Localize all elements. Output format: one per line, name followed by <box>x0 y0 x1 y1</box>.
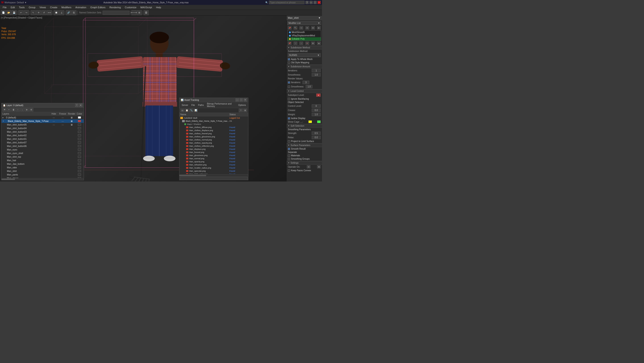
mod-hammer-btn[interactable]: 🔨 <box>294 26 297 29</box>
asset-btn-2[interactable]: 📋 <box>185 109 189 112</box>
toolbar-snap[interactable]: 🔲 <box>54 10 59 15</box>
mod-pin-btn[interactable]: 📌 <box>288 26 292 29</box>
toolbar-mirror[interactable]: ⟵⟶ <box>132 10 136 15</box>
mod-grid-btn[interactable]: ⊞ <box>317 26 321 29</box>
isoline-cb[interactable]: ✓ <box>288 117 290 119</box>
stack-item-meshsmooth[interactable]: MeshSmooth <box>288 30 321 34</box>
list-item[interactable]: Man_clothes_fresnel.png Found <box>180 132 248 135</box>
asset-menu-server[interactable]: Server <box>180 104 190 107</box>
toolbar-save[interactable]: 💾 <box>12 10 16 15</box>
list-item[interactable]: Man_shoes <box>2 176 84 178</box>
render-iter-cb[interactable]: ✓ <box>288 81 290 84</box>
layers-scrollbar[interactable] <box>2 178 84 180</box>
modifier-list-dropdown[interactable]: Modifier List ▼ <box>288 21 321 25</box>
toolbar-redo[interactable]: ↪ <box>24 10 29 15</box>
toolbar-render[interactable]: 🖼 <box>144 10 148 15</box>
menu-maxscript[interactable]: MAXScript <box>138 5 154 9</box>
asset-menu-paths[interactable]: Paths <box>197 104 205 107</box>
old-style-cb[interactable] <box>288 61 290 64</box>
toolbar-align[interactable]: ⊞ <box>137 10 142 15</box>
toolbar-undo[interactable]: ↩ <box>18 10 24 15</box>
mod-delete-btn[interactable]: ✕ <box>306 42 309 45</box>
mod-move-down-btn[interactable]: ↓ <box>300 42 303 45</box>
section-surface-params[interactable]: ▼ Surface Parameters <box>286 143 322 147</box>
list-item[interactable]: Man_shirt_top <box>2 155 84 159</box>
mod-move-up-btn[interactable]: ↑ <box>294 42 297 45</box>
toolbar-link[interactable]: 🔗 <box>66 10 71 15</box>
render-smooth-cb[interactable] <box>288 86 290 88</box>
cage-color-green[interactable] <box>317 120 321 123</box>
list-item[interactable]: Man_eyes_shell <box>2 151 84 155</box>
mod-funnel-btn[interactable]: ▽ <box>300 26 303 29</box>
asset-btn-3[interactable]: 🔧 <box>189 109 193 112</box>
layers-show-all[interactable]: 👁 <box>2 108 6 111</box>
layers-delete[interactable]: 🗑 <box>12 108 16 111</box>
asset-btn-4[interactable]: 📊 <box>194 109 198 112</box>
list-item[interactable]: Man_clothes_normal.png Found <box>180 138 248 141</box>
stack-item-vray[interactable]: VRayDisplacementMod <box>288 34 321 37</box>
layers-move-up[interactable]: ↑ <box>16 108 20 111</box>
search-input[interactable] <box>269 1 304 4</box>
layers-move-down[interactable]: ↓ <box>20 108 24 111</box>
name-dropdown-arrow[interactable]: ▼ <box>318 16 321 19</box>
mod-pin2-btn[interactable]: 📌 <box>288 42 292 45</box>
menu-group[interactable]: Group <box>27 5 37 9</box>
list-item[interactable]: Man_SSS_color.png Found _ <box>180 173 248 174</box>
list-item[interactable]: Man_clothes_glossiness.png Found <box>180 135 248 138</box>
list-item[interactable]: Man_displace.png Found <box>180 148 248 151</box>
menu-create[interactable]: Create <box>48 5 59 9</box>
list-item[interactable]: Black_Elderly_Man_Home_Style_T-Pose_max_… <box>180 119 248 123</box>
list-item[interactable]: Man_Jaw_bottom <box>2 162 84 166</box>
list-item[interactable]: Maps / Shaders <box>180 123 248 126</box>
materials-cb[interactable] <box>288 155 290 157</box>
list-item[interactable]: Man_normal.png Found <box>180 157 248 160</box>
toolbar-open[interactable]: 📂 <box>6 10 11 15</box>
toolbar-select[interactable]: ↖ <box>31 10 36 15</box>
smooth-result-cb[interactable]: ✓ <box>288 148 290 150</box>
list-item[interactable]: Man_clothes_diffuse.png Found <box>180 126 248 129</box>
render-smooth-value[interactable]: 1.0 <box>306 85 312 88</box>
list-item[interactable]: Man_shirt_button03 <box>2 130 84 134</box>
list-item[interactable]: Man_specular.png Found <box>180 169 248 173</box>
smoothing-groups-cb[interactable] <box>288 158 290 160</box>
asset-menu-file[interactable]: File <box>190 104 196 107</box>
weight-value[interactable]: 1.0 <box>312 113 321 116</box>
nurms-dropdown[interactable]: NURMS ▼ <box>288 53 321 57</box>
toolbar-move[interactable]: ✛ <box>36 10 41 15</box>
operate-btn2[interactable]: ⊞ <box>317 165 321 168</box>
list-item[interactable]: Man_eyes <box>2 148 84 151</box>
list-item[interactable]: Man_shirt <box>2 169 84 173</box>
asset-maximize-btn[interactable]: □ <box>240 98 243 101</box>
minimize-btn[interactable]: — <box>310 1 313 4</box>
close-btn[interactable]: ✕ <box>318 1 321 4</box>
menu-graph-editors[interactable]: Graph Editors <box>88 5 107 9</box>
section-local-control[interactable]: ▼ Local Control <box>286 89 322 93</box>
section-subdivision-method[interactable]: ▼ Subdivision Method <box>286 46 322 49</box>
menu-help[interactable]: Help <box>154 5 163 9</box>
asset-menu-options[interactable]: Options <box>237 104 247 107</box>
list-item[interactable]: Man_clothes_opacity.png Found <box>180 141 248 144</box>
layers-add[interactable]: + <box>7 108 11 111</box>
section-soft-selection[interactable]: ▼ Soft Selection <box>286 124 322 128</box>
list-item[interactable]: ▼ Black_Elderly_Man_Home_Style_T-Pose — … <box>2 119 84 123</box>
layers-close-btn[interactable]: ✕ <box>79 104 82 107</box>
menu-modifiers[interactable]: Modifiers <box>60 5 73 9</box>
relax-value[interactable]: 0.0 <box>312 136 321 139</box>
list-item[interactable]: Man_shirt_button04 <box>2 126 84 130</box>
list-item[interactable]: Man_shirt_button06 <box>2 144 84 148</box>
list-item[interactable]: Man_glossiness.png Found <box>180 154 248 157</box>
render-iter-value[interactable]: 3 <box>302 81 309 84</box>
asset-btn-1[interactable]: 🗂 <box>180 109 184 112</box>
asset-path-input[interactable] <box>180 177 248 180</box>
iter-value[interactable]: 1 <box>312 69 321 72</box>
apply-whole-mesh-cb[interactable]: ✓ <box>288 58 290 60</box>
list-item[interactable]: Man_refraction.png Found <box>180 163 248 166</box>
layers-merge[interactable]: ⊕ <box>25 108 29 111</box>
mod-config-btn[interactable]: ⚙ <box>311 26 315 29</box>
named-selection-input[interactable] <box>103 11 130 15</box>
list-item[interactable]: Man_shirt_button05 — — 🖥 <box>2 123 84 126</box>
mod-make-unique-btn[interactable]: ◈ <box>317 42 321 45</box>
asset-expand-btn[interactable]: ⊞ <box>243 109 247 112</box>
crease-value[interactable]: 0.0 <box>312 109 321 112</box>
operate-btn1[interactable]: ⊡ <box>307 165 310 168</box>
